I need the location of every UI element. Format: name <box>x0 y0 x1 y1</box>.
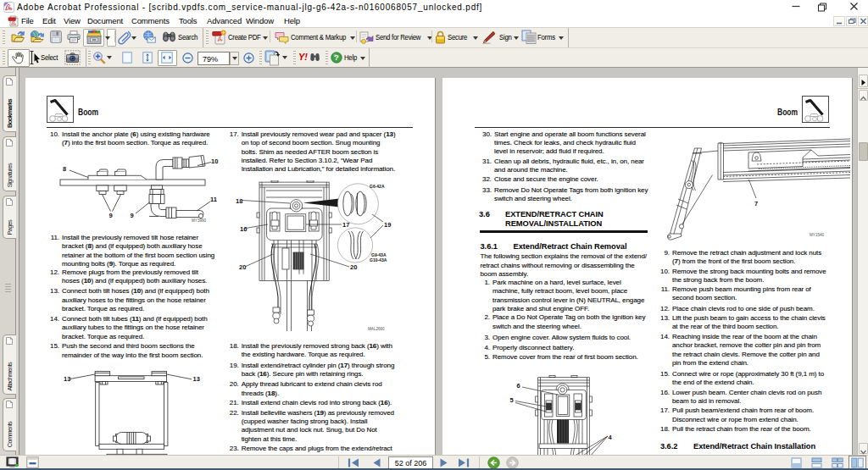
svg-text:19: 19 <box>384 221 391 229</box>
svg-text:9: 9 <box>109 212 113 219</box>
svg-text:18: 18 <box>236 197 242 205</box>
svg-text:13: 13 <box>64 375 70 383</box>
svg-text:10: 10 <box>211 158 218 165</box>
svg-text:11: 11 <box>210 196 217 203</box>
svg-text:13: 13 <box>193 375 200 383</box>
svg-text:9: 9 <box>131 212 134 219</box>
svg-text:6: 6 <box>517 382 520 390</box>
svg-text:MAL2660: MAL2660 <box>368 327 385 331</box>
svg-text:16: 16 <box>240 225 247 233</box>
svg-text:8: 8 <box>63 165 66 173</box>
svg-text:G6-42A: G6-42A <box>370 184 385 189</box>
svg-text:4: 4 <box>609 434 613 441</box>
svg-text:?: ? <box>334 53 339 62</box>
svg-text:20: 20 <box>350 263 357 271</box>
svg-text:20: 20 <box>239 263 246 271</box>
svg-text:7: 7 <box>754 200 758 207</box>
svg-text:MY3990: MY3990 <box>192 218 207 223</box>
svg-text:G10-43A: G10-43A <box>370 257 387 263</box>
svg-text:5: 5 <box>510 396 514 404</box>
svg-text:17: 17 <box>342 221 349 229</box>
svg-text:MY1540: MY1540 <box>810 233 825 237</box>
